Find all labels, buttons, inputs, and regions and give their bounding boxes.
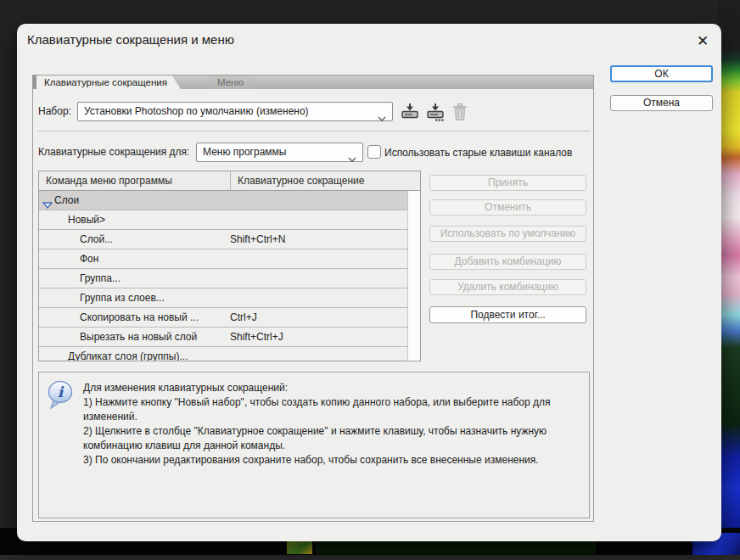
- table-row[interactable]: Фон: [39, 249, 409, 269]
- command-cell[interactable]: Скопировать на новый ...: [80, 308, 199, 328]
- column-header-shortcut[interactable]: Клавиатурное сокращение: [230, 171, 364, 191]
- info-text: Для изменения клавиатурных сокращений: 1…: [83, 381, 574, 468]
- info-box: i Для изменения клавиатурных сокращений:…: [38, 372, 590, 518]
- add-shortcut-button: Добавить комбинацию: [429, 254, 586, 270]
- separator: [38, 131, 590, 132]
- shortcuts-for-label: Клавиатурные сокращения для:: [38, 146, 189, 158]
- accept-button: Принять: [429, 175, 586, 191]
- shortcuts-for-select[interactable]: Меню программы: [196, 143, 363, 162]
- shortcuts-tab-panel: Клавиатурные сокращения Меню Набор: Уста…: [32, 75, 594, 522]
- save-set-icon[interactable]: [400, 103, 420, 121]
- tab-bar: Клавиатурные сокращения Меню: [33, 76, 593, 89]
- info-item-1: 1) Нажмите кнопку "Новый набор", чтобы с…: [83, 395, 574, 424]
- artwork-patch: [287, 540, 312, 554]
- summarize-button[interactable]: Подвести итог...: [429, 306, 586, 323]
- taskbar-strip: [0, 555, 740, 560]
- command-cell[interactable]: Вырезать на новый слой: [80, 328, 197, 347]
- legacy-channel-shortcuts-label: Использовать старые клавиши каналов: [384, 147, 572, 159]
- shortcut-cell[interactable]: Shift+Ctrl+N: [230, 230, 285, 249]
- command-cell[interactable]: Слои: [54, 191, 79, 210]
- cancel-button[interactable]: Отмена: [610, 95, 713, 111]
- screen: Клавиатурные сокращения и меню ✕ ОК Отме…: [0, 0, 740, 560]
- keyboard-shortcuts-dialog: Клавиатурные сокращения и меню ✕ ОК Отме…: [17, 24, 721, 541]
- table-scrollbar[interactable]: [407, 191, 420, 361]
- table-body: Слои Новый> Слой... Shift+Ctrl+N Фон: [39, 191, 420, 361]
- command-cell[interactable]: Группа из слоев...: [80, 288, 165, 308]
- delete-set-icon: [451, 103, 471, 121]
- table-header: Команда меню программы Клавиатурное сокр…: [39, 171, 420, 191]
- chevron-down-icon: [348, 150, 356, 168]
- command-cell[interactable]: Дубликат слоя (группы)...: [68, 347, 188, 361]
- command-cell[interactable]: Новый>: [68, 210, 105, 230]
- command-cell[interactable]: Слой...: [80, 230, 113, 249]
- tab-menus[interactable]: Меню: [210, 76, 257, 89]
- tab-bar-edge: [33, 76, 36, 89]
- command-cell[interactable]: Фон: [80, 249, 98, 269]
- chevron-down-icon: [378, 109, 386, 127]
- info-icon: i: [46, 380, 76, 414]
- table-row[interactable]: Слои: [39, 191, 409, 210]
- undo-button: Отменить: [429, 199, 586, 216]
- table-row[interactable]: Вырезать на новый слой Shift+Ctrl+J: [39, 328, 409, 347]
- set-select-value: Установки Photoshop по умолчанию (измене…: [84, 105, 309, 117]
- column-header-command[interactable]: Команда меню программы: [46, 171, 172, 191]
- close-icon[interactable]: ✕: [692, 31, 714, 53]
- table-row[interactable]: Скопировать на новый ... Ctrl+J: [39, 308, 409, 328]
- info-item-3: 3) По окончании редактирования сохраните…: [83, 453, 574, 468]
- shortcut-cell[interactable]: Shift+Ctrl+J: [230, 328, 283, 347]
- command-cell[interactable]: Группа...: [80, 269, 121, 288]
- table-row[interactable]: Группа...: [39, 269, 409, 288]
- delete-shortcut-button: Удалить комбинацию: [429, 279, 586, 295]
- dialog-title: Клавиатурные сокращения и меню: [27, 32, 234, 47]
- shortcut-cell[interactable]: Ctrl+J: [230, 308, 257, 328]
- tab-keyboard-shortcuts[interactable]: Клавиатурные сокращения: [36, 76, 181, 89]
- set-label: Набор:: [38, 105, 71, 117]
- info-item-2: 2) Щелкните в столбце "Клавиатурное сокр…: [83, 424, 574, 453]
- set-select[interactable]: Установки Photoshop по умолчанию (измене…: [77, 102, 393, 121]
- table-row[interactable]: Группа из слоев...: [39, 288, 409, 308]
- shortcuts-for-value: Меню программы: [203, 146, 286, 158]
- ok-button[interactable]: ОК: [610, 65, 713, 82]
- use-default-button: Использовать по умолчанию: [429, 226, 586, 242]
- info-heading: Для изменения клавиатурных сокращений:: [83, 381, 574, 395]
- table-row[interactable]: Новый>: [39, 210, 409, 230]
- table-row[interactable]: Дубликат слоя (группы)...: [39, 347, 409, 361]
- save-set-as-new-icon[interactable]: [425, 103, 446, 121]
- table-row[interactable]: Слой... Shift+Ctrl+N: [39, 230, 409, 249]
- artwork-patch: [316, 540, 596, 554]
- shortcuts-table: Команда меню программы Клавиатурное сокр…: [38, 171, 421, 361]
- legacy-channel-shortcuts-checkbox[interactable]: [367, 145, 381, 159]
